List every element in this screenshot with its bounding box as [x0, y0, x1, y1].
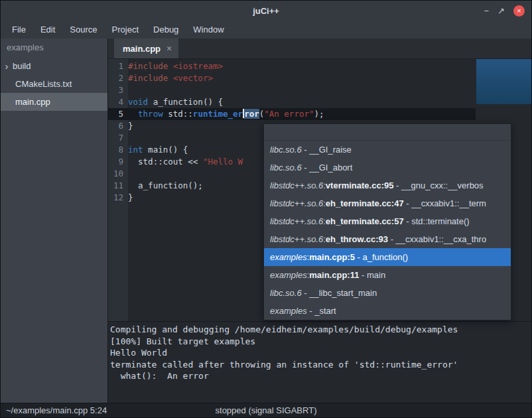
code-line — [128, 84, 531, 96]
code-token: throw — [138, 109, 163, 119]
frame-text: - _start — [307, 306, 336, 316]
menu-item-window[interactable]: Window — [186, 22, 231, 37]
frame-text: - __libc_start_main — [302, 288, 377, 298]
stack-frame-list: libc.so.6 - __GI_raiselibc.so.6 - __GI_a… — [264, 141, 511, 320]
tab-close-icon[interactable]: × — [166, 43, 172, 54]
line-number: 5 — [108, 108, 128, 120]
stack-frame-item[interactable]: libstdc++.so.6:vterminate.cc:95 - __gnu_… — [264, 176, 511, 194]
frame-location: eh_terminate.cc:57 — [326, 216, 404, 226]
file-label: CMakeLists.txt — [15, 79, 72, 89]
stack-frame-item[interactable]: libc.so.6 - __GI_raise — [264, 141, 511, 159]
main-area: examples ›buildCMakeLists.txtmain.cpp ma… — [1, 38, 531, 403]
statusbar: ~/examples/main.cpp 5:24 stopped (signal… — [1, 403, 531, 417]
menu-item-file[interactable]: File — [5, 22, 33, 37]
code-token — [128, 109, 138, 119]
line-number-gutter: 123456789101112 — [108, 59, 128, 321]
code-token: #include — [128, 61, 173, 71]
frame-module: libc.so.6 — [270, 288, 302, 298]
window-title: juCi++ — [253, 6, 279, 16]
close-icon[interactable]: × — [513, 5, 525, 17]
cursor-location: ~/examples/main.cpp 5:24 — [6, 405, 107, 415]
code-line: #include <iostream> — [128, 60, 531, 72]
chevron-right-icon[interactable]: › — [1, 61, 13, 71]
frame-location: eh_terminate.cc:47 — [326, 198, 404, 208]
terminal-line: what(): An error — [110, 370, 531, 382]
line-number: 6 — [108, 120, 128, 132]
code-token: "An error" — [264, 109, 314, 119]
frame-text: - __cxxabiv1::__cxa_thro — [388, 234, 486, 244]
menu-item-source[interactable]: Source — [62, 22, 104, 37]
restore-icon[interactable]: ↗ — [498, 7, 505, 15]
file-tree-panel: examples ›buildCMakeLists.txtmain.cpp — [1, 38, 107, 403]
code-token: main() { — [143, 145, 188, 155]
debug-tooltip-box — [476, 59, 531, 104]
code-token: std:: — [163, 109, 193, 119]
stack-frame-item[interactable]: libc.so.6 - __libc_start_main — [264, 284, 511, 302]
menubar: FileEditSourceProjectDebugWindow — [1, 21, 531, 38]
code-token: ror — [244, 109, 259, 119]
tab-label: main.cpp — [123, 44, 161, 54]
frame-module: libc.so.6 — [270, 163, 302, 173]
frame-module: libstdc++.so.6 — [270, 234, 323, 244]
minimize-icon[interactable]: − — [484, 7, 490, 15]
code-token: <vector> — [173, 73, 213, 83]
stack-frame-item[interactable]: libc.so.6 - __GI_abort — [264, 159, 511, 176]
line-number: 3 — [108, 84, 128, 96]
frame-location: main.cpp:11 — [309, 270, 359, 280]
frame-text: - __cxxabiv1::__term — [404, 198, 486, 208]
stack-frame-item[interactable]: examples:main.cpp:11 - main — [264, 266, 511, 284]
frame-text: - main — [359, 270, 385, 280]
code-line: void a_function() { — [128, 96, 531, 108]
code-line: throw std::runtime_error("An error"); — [128, 108, 531, 120]
frame-module: examples — [270, 252, 307, 262]
frame-module: libstdc++.so.6 — [270, 216, 323, 226]
line-number: 8 — [108, 144, 128, 156]
code-token: a_function(); — [128, 180, 203, 190]
tabbar: main.cpp × — [108, 38, 531, 59]
stack-frame-item[interactable]: examples:main.cpp:5 - a_function() — [264, 248, 511, 266]
line-number: 2 — [108, 72, 128, 84]
menu-item-edit[interactable]: Edit — [33, 22, 62, 37]
frame-module: libstdc++.so.6 — [270, 180, 323, 190]
terminal-line: [100%] Built target examples — [110, 336, 531, 348]
menu-item-project[interactable]: Project — [105, 22, 146, 37]
frame-location: vterminate.cc:95 — [326, 180, 394, 190]
frame-location: eh_throw.cc:93 — [326, 234, 388, 244]
line-number: 10 — [108, 168, 128, 180]
stack-frame-item[interactable]: examples - _start — [264, 302, 511, 320]
output-terminal[interactable]: Compiling and debugging /home/eidheim/ex… — [108, 321, 531, 403]
code-line: #include <vector> — [128, 72, 531, 84]
tab-main-cpp[interactable]: main.cpp × — [114, 38, 178, 58]
code-token: #include — [128, 73, 173, 83]
project-name: examples — [1, 38, 107, 57]
titlebar[interactable]: juCi++ − ↗ × — [1, 1, 531, 21]
line-number: 9 — [108, 156, 128, 168]
code-token: void — [128, 97, 148, 107]
sidebar-item-main-cpp[interactable]: main.cpp — [1, 93, 107, 111]
file-label: main.cpp — [15, 97, 50, 107]
frame-module: libc.so.6 — [270, 145, 302, 155]
stack-frame-item[interactable]: libstdc++.so.6:eh_throw.cc:93 - __cxxabi… — [264, 230, 511, 248]
file-label: build — [13, 61, 31, 71]
code-token: } — [128, 192, 133, 202]
frame-text: - __GI_raise — [302, 145, 352, 155]
line-number: 11 — [108, 180, 128, 192]
window-controls: − ↗ × — [484, 1, 525, 21]
debug-status: stopped (signal SIGABRT) — [216, 405, 317, 415]
sidebar-item-build[interactable]: ›build — [1, 57, 107, 75]
code-token: a_function() { — [148, 97, 223, 107]
stack-trace-popup-header — [264, 124, 511, 141]
code-token: ); — [314, 109, 324, 119]
frame-text: - __gnu_cxx::__verbos — [393, 180, 483, 190]
code-token: runtime_er — [193, 109, 243, 119]
stack-frame-item[interactable]: libstdc++.so.6:eh_terminate.cc:57 - std:… — [264, 212, 511, 230]
stack-frame-item[interactable]: libstdc++.so.6:eh_terminate.cc:47 - __cx… — [264, 194, 511, 212]
code-token: <iostream> — [173, 61, 223, 71]
frame-module: examples — [270, 306, 307, 316]
code-token: "Hello W — [203, 157, 243, 167]
menu-item-debug[interactable]: Debug — [146, 22, 186, 37]
sidebar-item-cmakelists-txt[interactable]: CMakeLists.txt — [1, 75, 107, 93]
terminal-line: Compiling and debugging /home/eidheim/ex… — [110, 324, 531, 336]
frame-module: examples — [270, 270, 307, 280]
app-window: juCi++ − ↗ × FileEditSourceProjectDebugW… — [0, 0, 532, 418]
